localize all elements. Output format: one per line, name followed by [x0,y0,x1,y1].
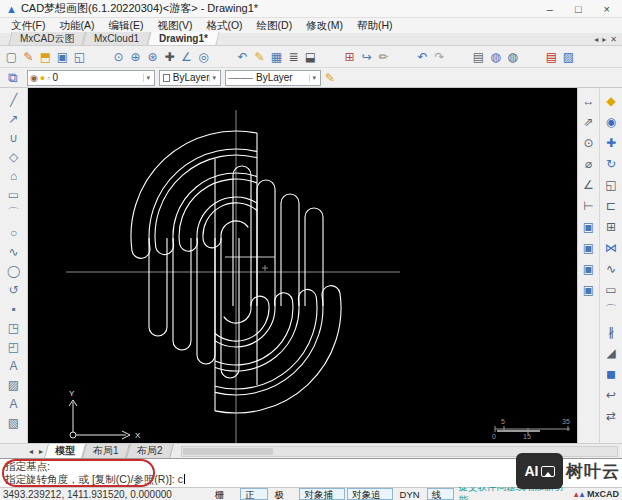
circle-icon[interactable]: ○ [3,223,25,242]
offset-icon[interactable]: ⊏ [601,195,621,216]
color-select[interactable]: ByLayer ▾ [159,70,221,86]
tab-mxcad-cloud[interactable]: MxCAD云图 [8,32,86,45]
dim-diameter-icon[interactable]: ⌀ [579,153,599,174]
layout-tab-1[interactable]: 布局1 [82,444,130,458]
quick-edit-icon[interactable]: ✎ [20,47,37,66]
undo-icon[interactable]: ↶ [414,47,431,66]
zoom-scale-icon[interactable]: ◎ [195,47,212,66]
open-folder-icon[interactable]: ⬒ [37,47,54,66]
print-icon[interactable]: ▤ [470,47,487,66]
scale-icon[interactable]: ◱ [601,174,621,195]
draw-pencil-icon[interactable]: ✎ [251,47,268,66]
pan-icon[interactable]: ✚ [161,47,178,66]
ellipse-icon[interactable]: ◯ [3,261,25,280]
web-publish-icon[interactable]: ◍ [487,47,504,66]
scrollbar-thumb[interactable] [183,448,273,455]
toggle-ortho[interactable]: 正交 [240,488,268,500]
save-icon[interactable]: ▣ [54,47,71,66]
arc-icon[interactable]: ⌒ [3,204,25,223]
paste-block-icon[interactable]: ↪ [358,47,375,66]
menu-help[interactable]: 帮助(H) [350,18,400,33]
block-insert-icon[interactable]: ◳ [3,318,25,337]
linetype-select[interactable]: ——— ByLayer ▾ [225,70,321,86]
erase-icon[interactable]: ◆ [601,90,621,111]
xline-icon[interactable]: ↗ [3,109,25,128]
zoom-window-icon[interactable]: ⊕ [127,47,144,66]
layout-prev-icon[interactable]: ◂ [26,447,36,456]
block-edit-icon[interactable]: ✏ [375,47,392,66]
revcloud-icon[interactable]: ↺ [3,280,25,299]
save-as-icon[interactable]: ◱ [71,47,88,66]
move-icon[interactable]: ✚ [601,132,621,153]
menu-modify[interactable]: 修改(M) [299,18,350,33]
maximize-button[interactable]: □ [575,1,582,17]
dim-linear-icon[interactable]: ↔ [579,90,599,111]
menu-function[interactable]: 功能(A) [52,18,101,33]
tab-drawing1[interactable]: Drawing1* [148,32,220,45]
line-icon[interactable]: ╱ [3,90,25,109]
color-grid-icon[interactable]: ⊞ [341,47,358,66]
dim-edit3-icon[interactable]: ▣ [579,258,599,279]
rectangle-icon[interactable]: ▭ [3,185,25,204]
spline-edit-icon[interactable]: ∿ [601,258,621,279]
menu-format[interactable]: 格式(O) [199,18,249,33]
tab-scroll-left-icon[interactable]: ◂ [594,35,598,44]
box3d-icon[interactable]: ◼ [601,363,621,384]
menu-view[interactable]: 视图(V) [150,18,199,33]
break-icon[interactable]: ∦ [601,321,621,342]
layers-stack-icon[interactable]: ⧉ [3,70,23,86]
polyline-icon[interactable]: ∪ [3,128,25,147]
draw-order-pencil-icon[interactable]: ✎ [325,71,335,85]
tab-mxcloud1[interactable]: MxCloud1 [83,32,151,45]
dim-radius-icon[interactable]: ⊙ [579,132,599,153]
text-icon[interactable]: A [3,356,25,375]
drawing-canvas[interactable]: Y X 5 35 0 15 [28,88,577,443]
fillet-icon[interactable]: ⌒ [601,300,621,321]
pdf-export-icon[interactable]: ▤ [543,47,560,66]
array-icon[interactable]: ⊞ [601,216,621,237]
redo-icon[interactable]: ↷ [431,47,448,66]
stretch-icon[interactable]: ▭ [601,279,621,300]
linetype-list-icon[interactable]: ≣ [285,47,302,66]
zoom-extents-icon[interactable]: ⊛ [144,47,161,66]
dim-edit1-icon[interactable]: ▣ [579,216,599,237]
toggle-otrack[interactable]: 对象追踪 [347,488,393,500]
dim-edit2-icon[interactable]: ▣ [579,237,599,258]
menu-edit[interactable]: 编辑(E) [101,18,150,33]
dim-angular-icon[interactable]: ∠ [579,174,599,195]
toggle-lineweight[interactable]: 线宽 [427,488,455,500]
rotate-icon[interactable]: ↻ [601,153,621,174]
tab-scroll-right-icon[interactable]: ▸ [602,35,606,44]
web-globe-icon[interactable]: ◍ [504,47,521,66]
layer-properties-icon[interactable]: ▦ [268,47,285,66]
dim-edit4-icon[interactable]: ▣ [579,279,599,300]
image-icon[interactable]: ▨ [3,375,25,394]
toggle-dyn[interactable]: DYN [395,488,425,500]
menu-draw[interactable]: 绘图(D) [250,18,300,33]
point-icon[interactable]: ▪ [3,299,25,318]
copy-icon[interactable]: ◉ [601,111,621,132]
pedit-icon[interactable]: ↩ [601,384,621,405]
polygon2-icon[interactable]: ⌂ [3,166,25,185]
menu-file[interactable]: 文件(F) [4,18,52,33]
block-create-icon[interactable]: ◰ [3,337,25,356]
close-button[interactable]: × [604,1,610,17]
tab-close-icon[interactable]: ✕ [610,35,617,44]
mirror-icon[interactable]: ⋈ [601,237,621,258]
join-icon[interactable]: ⇄ [601,405,621,426]
zoom-realtime-icon[interactable]: ⊙ [110,47,127,66]
toggle-osnap[interactable]: 对象捕捉 [299,488,345,500]
dim-continue-icon[interactable]: ⊢ [579,195,599,216]
layer-select[interactable]: ◉ ● ▫ 0 ▾ [27,70,155,86]
command-input[interactable]: c [178,473,183,485]
layout-tab-2[interactable]: 布局2 [126,444,174,458]
dim-aligned-icon[interactable]: ⇗ [579,111,599,132]
chamfer-icon[interactable]: ◢ [601,342,621,363]
layout-tab-model[interactable]: 模型 [44,444,86,458]
mtext-icon[interactable]: A [3,394,25,413]
zoom-previous-icon[interactable]: ↶ [234,47,251,66]
spline-icon[interactable]: ∿ [3,242,25,261]
hatch-icon[interactable]: ▧ [3,413,25,432]
text-style-icon[interactable]: ⬓ [302,47,319,66]
toggle-polar[interactable]: 极轴 [270,488,298,500]
